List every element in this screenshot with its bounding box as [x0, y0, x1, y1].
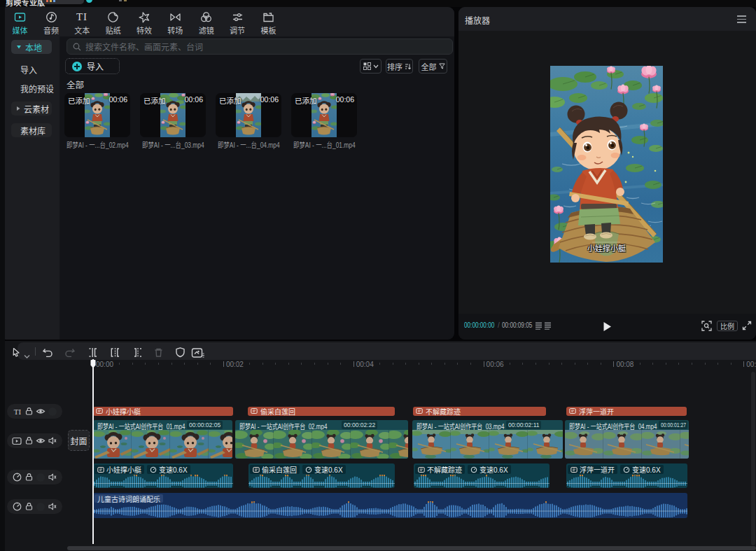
svg-text:TI: TI [14, 407, 22, 416]
svg-text:TI: TI [76, 11, 88, 22]
